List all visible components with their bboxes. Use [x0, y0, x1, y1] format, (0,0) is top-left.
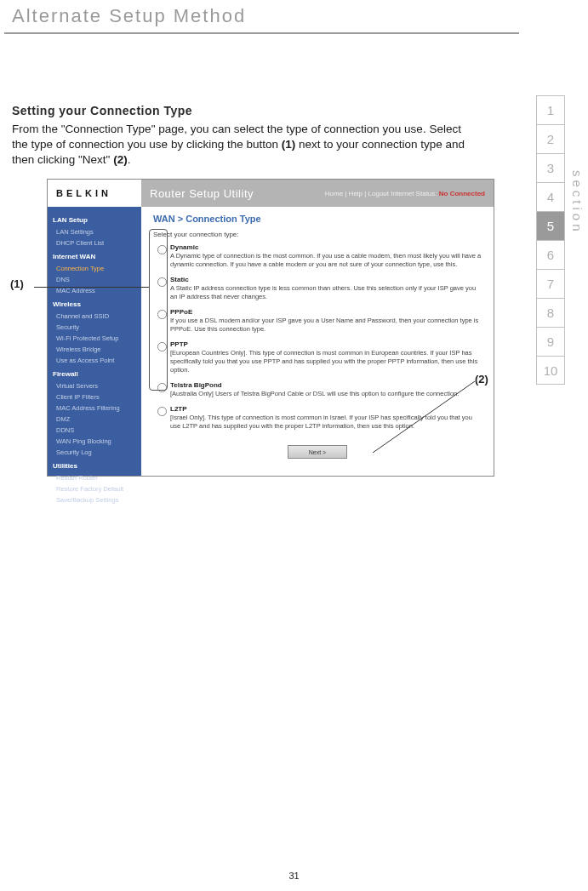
sidebar-item[interactable]: DDNS: [48, 425, 141, 436]
callout-2-label: (2): [475, 373, 488, 386]
page-number: 31: [288, 871, 299, 881]
sidebar-item[interactable]: WAN Ping Blocking: [48, 436, 141, 447]
options-list: DynamicA Dynamic type of connection is t…: [153, 243, 482, 431]
body-paragraph: From the "Connection Type" page, you can…: [12, 122, 467, 168]
sidebar-item[interactable]: Channel and SSID: [48, 311, 141, 322]
sidebar-header: Wireless: [48, 296, 141, 311]
section-tab-9[interactable]: 9: [536, 327, 565, 356]
section-tab-7[interactable]: 7: [536, 269, 565, 298]
sidebar-header: Firewall: [48, 366, 141, 380]
section-tab-4[interactable]: 4: [536, 182, 565, 211]
body-bold1: (1): [282, 138, 296, 151]
title-underline: [4, 32, 519, 34]
body-part3: .: [128, 153, 131, 166]
connection-option: DynamicA Dynamic type of connection is t…: [153, 243, 482, 269]
section-subtitle: Setting your Connection Type: [12, 104, 192, 117]
sidebar-item[interactable]: Restore Factory Default: [48, 483, 141, 494]
sidebar-header: LAN Setup: [48, 212, 141, 226]
section-nav: 12345678910: [536, 95, 565, 385]
sidebar-item[interactable]: DNS: [48, 274, 141, 285]
connection-option: Telstra BigPond[Australia Only] Users of…: [153, 381, 482, 398]
section-tab-3[interactable]: 3: [536, 153, 565, 182]
connection-text: DynamicA Dynamic type of connection is t…: [170, 243, 482, 269]
topbar-links-text: Home | Help | Logout Internet Status:: [325, 190, 437, 197]
connection-text: PPPoEIf you use a DSL modem and/or your …: [170, 308, 482, 334]
select-label: Select your connection type:: [153, 231, 482, 238]
connection-option: PPTP[European Countries Only]. This type…: [153, 340, 482, 374]
section-tab-5[interactable]: 5: [536, 211, 565, 240]
sidebar-item[interactable]: Virtual Servers: [48, 380, 141, 391]
wan-heading: WAN > Connection Type: [153, 214, 482, 224]
sidebar-item[interactable]: MAC Address Filtering: [48, 403, 141, 414]
callout-1-label: (1): [10, 277, 24, 290]
topbar-title: Router Setup Utility: [150, 187, 254, 200]
connection-radio[interactable]: [157, 277, 166, 287]
connection-radio[interactable]: [157, 342, 166, 351]
connection-text: L2TP[Israel Only]. This type of connecti…: [170, 405, 482, 431]
connection-text: StaticA Static IP address connection typ…: [170, 276, 482, 301]
sidebar-item[interactable]: Client IP Filters: [48, 391, 141, 403]
connection-option: L2TP[Israel Only]. This type of connecti…: [153, 405, 482, 431]
sidebar-item[interactable]: Security Log: [48, 447, 141, 458]
sidebar-item[interactable]: Save/Backup Settings: [48, 494, 141, 505]
sidebar-item[interactable]: DMZ: [48, 414, 141, 425]
utility-topbar: Router Setup Utility Home | Help | Logou…: [141, 180, 494, 207]
internet-status: No Connected: [439, 190, 485, 197]
connection-radio[interactable]: [157, 383, 166, 392]
section-tab-1[interactable]: 1: [536, 95, 565, 124]
router-sidebar: LAN SetupLAN SettingsDHCP Client ListInt…: [48, 207, 141, 476]
connection-text: PPTP[European Countries Only]. This type…: [170, 340, 482, 374]
connection-radio[interactable]: [157, 245, 166, 254]
sidebar-item[interactable]: Connection Type: [48, 263, 141, 274]
sidebar-header: Utilities: [48, 458, 141, 472]
section-tab-2[interactable]: 2: [536, 124, 565, 153]
sidebar-item[interactable]: Wi-Fi Protected Setup: [48, 333, 141, 344]
section-tab-6[interactable]: 6: [536, 240, 565, 269]
section-vertical-label: section: [570, 170, 585, 235]
connection-text: Telstra BigPond[Australia Only] Users of…: [170, 381, 482, 398]
topbar-links: Home | Help | Logout Internet Status: No…: [325, 190, 485, 197]
router-main: WAN > Connection Type Select your connec…: [141, 207, 494, 476]
section-tab-10[interactable]: 10: [536, 356, 565, 385]
sidebar-header: Internet WAN: [48, 248, 141, 263]
sidebar-item[interactable]: Use as Access Point: [48, 355, 141, 366]
sidebar-item[interactable]: Wireless Bridge: [48, 344, 141, 355]
connection-option: StaticA Static IP address connection typ…: [153, 276, 482, 301]
router-screenshot: BELKIN Router Setup Utility Home | Help …: [47, 179, 494, 477]
sidebar-item[interactable]: Restart Router: [48, 472, 141, 483]
sidebar-item[interactable]: DHCP Client List: [48, 237, 141, 248]
section-tab-8[interactable]: 8: [536, 298, 565, 327]
callout-1-line: [34, 287, 149, 288]
connection-option: PPPoEIf you use a DSL modem and/or your …: [153, 308, 482, 334]
sidebar-item[interactable]: LAN Settings: [48, 226, 141, 237]
body-bold2: (2): [113, 153, 128, 166]
belkin-logo: BELKIN: [56, 188, 111, 198]
next-button[interactable]: Next >: [288, 445, 347, 459]
logo-area: BELKIN: [48, 180, 141, 207]
sidebar-item[interactable]: Security: [48, 322, 141, 333]
page-title: Alternate Setup Method: [12, 5, 246, 27]
connection-radio[interactable]: [157, 310, 166, 319]
connection-radio[interactable]: [157, 407, 166, 416]
